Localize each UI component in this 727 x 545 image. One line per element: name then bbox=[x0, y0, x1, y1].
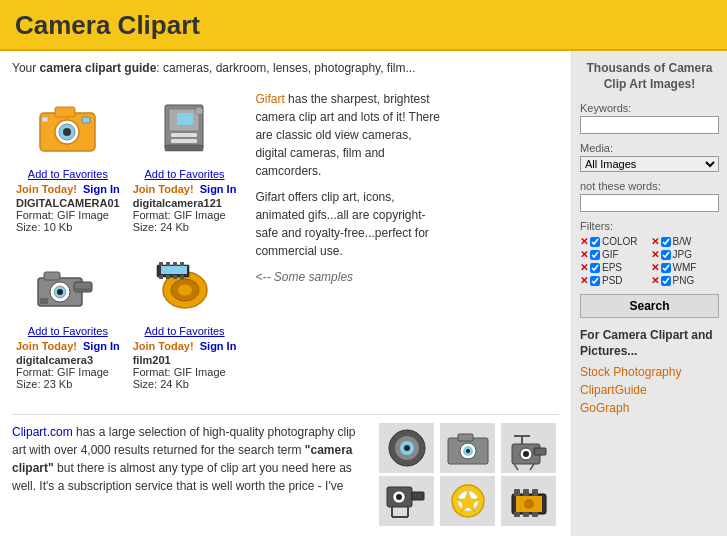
svg-rect-67 bbox=[532, 512, 538, 517]
filter-wmf-label: WMF bbox=[673, 262, 697, 273]
svg-point-55 bbox=[396, 494, 402, 500]
add-favorites-3[interactable]: Add to Favorites bbox=[16, 325, 120, 337]
svg-line-50 bbox=[514, 464, 518, 470]
add-favorites-1[interactable]: Add to Favorites bbox=[16, 168, 120, 180]
join-today-2[interactable]: Join Today! bbox=[133, 183, 194, 195]
filter-psd-checkbox[interactable] bbox=[590, 276, 600, 286]
search-button[interactable]: Search bbox=[580, 294, 719, 318]
svg-rect-33 bbox=[180, 275, 184, 279]
filter-png-checkbox[interactable] bbox=[661, 276, 671, 286]
svg-point-43 bbox=[466, 449, 470, 453]
filter-psd: ✕ PSD bbox=[580, 275, 649, 286]
page-title: Camera Clipart bbox=[15, 10, 712, 41]
clipart-cell-1: Add to Favorites Join Today! Sign In DIG… bbox=[12, 85, 124, 237]
item-name-1: DIGITALCAMERA01 bbox=[16, 197, 120, 209]
filter-png: ✕ PNG bbox=[651, 275, 720, 286]
svg-rect-28 bbox=[173, 262, 177, 266]
sign-in-3[interactable]: Sign In bbox=[83, 340, 120, 352]
filter-psd-label: PSD bbox=[602, 275, 623, 286]
bottom-thumb-6 bbox=[501, 476, 556, 526]
sidebar-link-clipartguide[interactable]: ClipartGuide bbox=[580, 383, 719, 397]
svg-rect-29 bbox=[180, 262, 184, 266]
cell-links-3: Join Today! Sign In bbox=[16, 340, 120, 352]
svg-rect-53 bbox=[412, 492, 424, 500]
filter-color-checkbox[interactable] bbox=[590, 237, 600, 247]
filter-wmf-checkbox[interactable] bbox=[661, 263, 671, 273]
add-favorites-4[interactable]: Add to Favorites bbox=[133, 325, 237, 337]
add-favorites-2[interactable]: Add to Favorites bbox=[133, 168, 237, 180]
filter-jpg-checkbox[interactable] bbox=[661, 250, 671, 260]
item-size-4: Size: 24 Kb bbox=[133, 378, 237, 390]
svg-rect-13 bbox=[165, 145, 203, 151]
svg-rect-1 bbox=[55, 107, 75, 117]
filter-color: ✕ COLOR bbox=[580, 236, 649, 247]
filter-grid: ✕ COLOR ✕ B/W ✕ GIF ✕ JPG bbox=[580, 236, 719, 286]
clipart-cell-4: Add to Favorites Join Today! Sign In fil… bbox=[129, 242, 241, 394]
clipartcom-link[interactable]: Clipart.com bbox=[12, 425, 73, 439]
gifart-link[interactable]: Gifart bbox=[255, 92, 284, 106]
svg-rect-12 bbox=[177, 113, 193, 125]
cell-links-1: Join Today! Sign In bbox=[16, 183, 120, 195]
filter-gif-x: ✕ bbox=[580, 249, 588, 260]
media-label: Media: bbox=[580, 142, 719, 154]
filter-png-label: PNG bbox=[673, 275, 695, 286]
sidebar-link-stock[interactable]: Stock Photography bbox=[580, 365, 719, 379]
description-text2: Gifart offers clip art, icons, animated … bbox=[255, 188, 445, 260]
samples-text: <-- Some samples bbox=[255, 268, 445, 286]
filter-png-x: ✕ bbox=[651, 275, 659, 286]
filter-bw: ✕ B/W bbox=[651, 236, 720, 247]
filter-eps: ✕ EPS bbox=[580, 262, 649, 273]
item-format-4: Format: GIF Image bbox=[133, 366, 237, 378]
item-name-4: film201 bbox=[133, 354, 237, 366]
svg-rect-6 bbox=[42, 117, 48, 122]
media-select[interactable]: All Images Photos Illustrations bbox=[580, 156, 719, 172]
join-today-1[interactable]: Join Today! bbox=[16, 183, 77, 195]
svg-rect-20 bbox=[44, 272, 60, 280]
content-area: Your camera clipart guide: cameras, dark… bbox=[0, 51, 572, 536]
keywords-label: Keywords: bbox=[580, 102, 719, 114]
join-today-3[interactable]: Join Today! bbox=[16, 340, 77, 352]
page-header: Camera Clipart bbox=[0, 0, 727, 51]
svg-rect-9 bbox=[171, 133, 197, 137]
guide-bold: camera clipart guide bbox=[40, 61, 157, 75]
sign-in-4[interactable]: Sign In bbox=[200, 340, 237, 352]
svg-rect-10 bbox=[171, 139, 197, 143]
top-section: Add to Favorites Join Today! Sign In DIG… bbox=[12, 85, 559, 404]
item-format-2: Format: GIF Image bbox=[133, 209, 237, 221]
filter-jpg-x: ✕ bbox=[651, 249, 659, 260]
sidebar-link-gograph[interactable]: GoGraph bbox=[580, 401, 719, 415]
filter-eps-checkbox[interactable] bbox=[590, 263, 600, 273]
filter-color-label: COLOR bbox=[602, 236, 638, 247]
sign-in-2[interactable]: Sign In bbox=[200, 183, 237, 195]
guide-suffix: : cameras, darkroom, lenses, photography… bbox=[156, 61, 415, 75]
svg-point-69 bbox=[524, 499, 534, 509]
filter-color-x: ✕ bbox=[580, 236, 588, 247]
item-name-3: digitalcamera3 bbox=[16, 354, 120, 366]
not-these-input[interactable] bbox=[580, 194, 719, 212]
bottom-thumb-4 bbox=[379, 476, 434, 526]
svg-point-24 bbox=[178, 284, 192, 295]
cell-links-2: Join Today! Sign In bbox=[133, 183, 237, 195]
item-format-1: Format: GIF Image bbox=[16, 209, 120, 221]
svg-rect-31 bbox=[166, 275, 170, 279]
bottom-thumb-1 bbox=[379, 423, 434, 473]
keywords-input[interactable] bbox=[580, 116, 719, 134]
bottom-section: Clipart.com has a large selection of hig… bbox=[12, 414, 559, 526]
filter-gif-checkbox[interactable] bbox=[590, 250, 600, 260]
clipart-image-4 bbox=[145, 246, 225, 321]
svg-point-4 bbox=[63, 128, 71, 136]
cell-info-1: DIGITALCAMERA01 Format: GIF Image Size: … bbox=[16, 197, 120, 233]
filter-gif: ✕ GIF bbox=[580, 249, 649, 260]
item-size-1: Size: 10 Kb bbox=[16, 221, 120, 233]
svg-rect-64 bbox=[532, 489, 538, 496]
join-today-4[interactable]: Join Today! bbox=[133, 340, 194, 352]
sidebar: Thousands of Camera Clip Art Images! Key… bbox=[572, 51, 727, 536]
svg-rect-63 bbox=[523, 489, 529, 496]
item-name-2: digitalcamera121 bbox=[133, 197, 237, 209]
search-term-bold: "camera clipart" bbox=[12, 443, 353, 475]
filter-bw-label: B/W bbox=[673, 236, 692, 247]
filter-bw-checkbox[interactable] bbox=[661, 237, 671, 247]
svg-rect-34 bbox=[161, 266, 187, 274]
sign-in-1[interactable]: Sign In bbox=[83, 183, 120, 195]
clipart-cell-3: Add to Favorites Join Today! Sign In dig… bbox=[12, 242, 124, 394]
